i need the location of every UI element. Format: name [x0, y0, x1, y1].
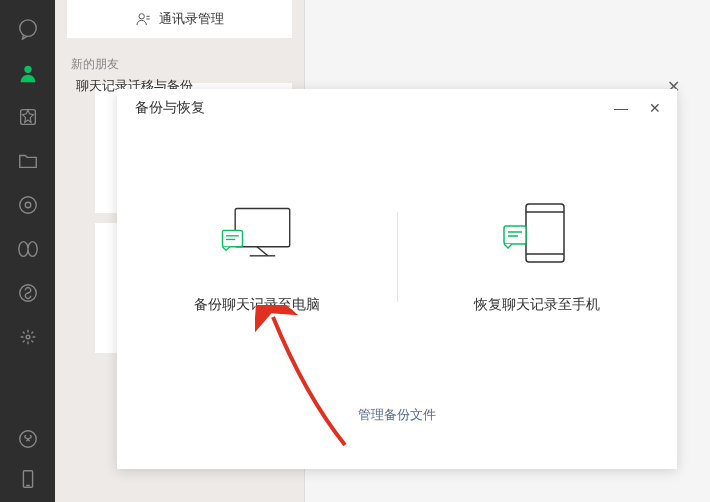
restore-to-phone-label: 恢复聊天记录至手机: [474, 296, 600, 314]
svg-point-0: [19, 20, 36, 37]
phone-restore-icon: [497, 200, 577, 268]
files-icon[interactable]: [17, 150, 39, 172]
chat-icon[interactable]: [17, 18, 39, 40]
svg-point-9: [139, 14, 144, 19]
svg-rect-13: [222, 230, 242, 246]
svg-rect-10: [235, 209, 290, 247]
svg-line-11: [257, 247, 268, 256]
applet-icon[interactable]: [17, 428, 39, 450]
person-icon: [135, 11, 151, 27]
close-button[interactable]: ✕: [647, 100, 663, 116]
svg-point-5: [26, 335, 30, 339]
backup-to-pc-option[interactable]: 备份聊天记录至电脑: [117, 127, 397, 387]
app-sidebar: [0, 0, 55, 502]
miniprograms-icon[interactable]: [17, 282, 39, 304]
computer-icon: [217, 200, 297, 268]
svg-point-1: [24, 66, 31, 73]
svg-rect-2: [20, 110, 35, 125]
restore-to-phone-option[interactable]: 恢复聊天记录至手机: [398, 127, 678, 387]
new-friends-label: 新的朋友: [71, 56, 304, 73]
minimize-button[interactable]: ―: [613, 100, 629, 116]
search-icon[interactable]: [17, 326, 39, 348]
manage-backup-files-link[interactable]: 管理备份文件: [358, 407, 436, 422]
svg-point-3: [25, 202, 31, 208]
favorites-icon[interactable]: [17, 106, 39, 128]
backup-to-pc-label: 备份聊天记录至电脑: [194, 296, 320, 314]
contacts-icon[interactable]: [17, 62, 39, 84]
phone-icon[interactable]: [17, 468, 39, 490]
contact-management-button[interactable]: 通讯录管理: [67, 0, 292, 38]
channels-icon[interactable]: [17, 238, 39, 260]
dialog-title: 备份与恢复: [135, 99, 205, 117]
contact-management-label: 通讯录管理: [159, 10, 224, 28]
dialog-header: 备份与恢复 ― ✕: [117, 89, 677, 127]
moments-icon[interactable]: [17, 194, 39, 216]
svg-rect-19: [504, 226, 526, 244]
backup-restore-dialog: 备份与恢复 ― ✕ 备份聊天记录至电脑: [117, 89, 677, 469]
